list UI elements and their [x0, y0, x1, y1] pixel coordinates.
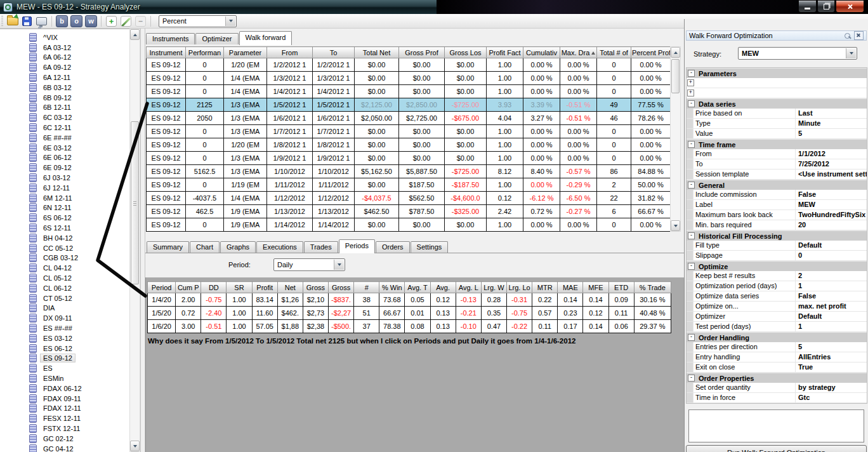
col-header-mae[interactable]: MAE: [558, 282, 583, 293]
col-header-profit-fact[interactable]: Profit Fact: [487, 47, 523, 58]
run-walk-forward-button[interactable]: Run Walk Forward Optimization: [686, 445, 867, 452]
col-header-gross-prof[interactable]: Gross Prof: [399, 47, 445, 58]
pg-prop-value[interactable]: TwoHundredFiftySix: [796, 210, 867, 220]
pg-prop-type[interactable]: TypeMinute: [687, 119, 867, 129]
pg-prop-value[interactable]: Last: [796, 109, 867, 118]
tab-graphs[interactable]: Graphs: [220, 241, 256, 253]
scroll-down-button[interactable]: [130, 441, 140, 451]
col-header-net[interactable]: Net: [277, 282, 303, 293]
pg-prop-value[interactable]: False: [796, 190, 867, 199]
table-row[interactable]: ES 09-12462.51/9 (EMA1/13/20121/13/2012$…: [147, 205, 671, 218]
pg-prop-entry-handling[interactable]: Entry handlingAllEntries: [687, 352, 867, 362]
sidebar-item-6e-03-12[interactable]: 6E 03-12: [0, 143, 129, 153]
col-header-cumulativ[interactable]: Cumulativ: [523, 47, 560, 58]
col-header-win[interactable]: % Win: [379, 282, 405, 293]
sidebar-item-fdax-12-11[interactable]: FDAX 12-11: [0, 403, 129, 413]
col-header-avg-l[interactable]: Avg. L: [456, 282, 481, 293]
sidebar-item-6a-09-12[interactable]: 6A 09-12: [0, 62, 129, 72]
tab-walk-forward[interactable]: Walk forward: [239, 31, 293, 45]
sidebar-item-6a-12-11[interactable]: 6A 12-11: [0, 72, 129, 83]
col-header-gross[interactable]: Gross: [303, 282, 328, 293]
sidebar-item-cl-06-12[interactable]: CL 06-12: [0, 283, 129, 293]
sidebar-item-6s-12-11[interactable]: 6S 12-11: [0, 223, 129, 233]
strategy-combo[interactable]: MEW: [738, 47, 857, 60]
restore-button[interactable]: [817, 1, 835, 13]
sidebar-item-gc-02-12[interactable]: GC 02-12: [0, 434, 129, 444]
table-row[interactable]: ES 09-1201/3 (EMA1/7/2012 11/7/2012 1$0.…: [147, 125, 671, 138]
pg-section-historical-fill-processing[interactable]: -Historical Fill Processing: [687, 230, 867, 241]
app-icon[interactable]: [3, 3, 13, 12]
table-row[interactable]: ES 09-12-4037.51/4 (EMA1/12/20121/12/201…: [147, 192, 671, 205]
pg-prop-slippage[interactable]: Slippage0: [687, 251, 867, 261]
col-header-lrg-w[interactable]: Lrg. W: [481, 282, 506, 293]
sidebar-item-dx-09-11[interactable]: DX 09-11: [0, 313, 129, 323]
expand-icon[interactable]: +: [687, 90, 694, 96]
pg-prop-value[interactable]: 1: [796, 322, 867, 331]
sidebar-item-es[interactable]: ES: [0, 363, 129, 373]
scroll-up-button[interactable]: [130, 29, 140, 40]
sidebar-item-es-09-12[interactable]: ES 09-12: [0, 354, 129, 364]
sidebar-item-es[interactable]: ES ##-##: [0, 323, 129, 333]
collapse-icon[interactable]: -: [688, 100, 695, 107]
col-header-total-of[interactable]: Total # of: [597, 47, 631, 58]
table-row[interactable]: ES 09-1220501/3 (EMA1/6/2012 11/6/2012 1…: [147, 112, 671, 125]
sidebar-item-6e[interactable]: 6E ##-##: [0, 133, 129, 143]
pg-prop-keep-best-results[interactable]: Keep best # results2: [687, 271, 867, 281]
sidebar-item-6b-03-12[interactable]: 6B 03-12: [0, 83, 129, 93]
tab-periods[interactable]: Periods: [339, 239, 375, 253]
table-row[interactable]: ES 09-1201/19 (EM1/11/20121/11/2012$0.00…: [147, 178, 671, 192]
pg-prop-to[interactable]: To7/25/2012: [687, 159, 867, 170]
col-header-dd[interactable]: DD: [201, 282, 227, 293]
sidebar-item-esmin[interactable]: ESMin: [0, 373, 129, 383]
sidebar-item-vix[interactable]: ^VIX: [0, 32, 129, 43]
table-row[interactable]: ES 09-1201/3 (EMA1/9/2012 11/9/2012 1$0.…: [147, 152, 671, 165]
table-scrollbar-thumb[interactable]: [671, 59, 680, 93]
display-button[interactable]: [35, 15, 48, 27]
sidebar-item-fstx-12-11[interactable]: FSTX 12-11: [0, 423, 129, 434]
pg-prop-fill-type[interactable]: Fill typeDefault: [687, 241, 867, 251]
pg-prop-value[interactable]: 0: [796, 251, 867, 260]
pg-prop-value[interactable]: <Use instrument settin: [796, 170, 867, 179]
table-row[interactable]: 1/4/202.00-0.751.0083.14$1,26$2,10-$837.…: [148, 293, 671, 307]
panel-close-button[interactable]: [854, 31, 864, 40]
pg-prop-exit-on-close[interactable]: Exit on closeTrue: [687, 362, 867, 373]
table-row[interactable]: ES 09-1201/4 (EMA1/3/2012 11/3/2012 1$0.…: [147, 72, 671, 85]
toolbar-grip[interactable]: [1, 16, 3, 26]
tab-settings[interactable]: Settings: [411, 241, 449, 253]
close-button[interactable]: [836, 1, 864, 13]
col-header-avg-t[interactable]: Avg. T: [405, 282, 430, 293]
vertical-splitter[interactable]: [140, 29, 145, 452]
col-header-performan[interactable]: Performan: [186, 47, 224, 58]
pg-parameter-row[interactable]: +: [687, 78, 867, 88]
pg-prop-value[interactable]: 5: [796, 129, 867, 138]
pg-section-parameters[interactable]: -Parameters: [687, 68, 867, 78]
sidebar-item-6b-12-11[interactable]: 6B 12-11: [0, 103, 129, 113]
pg-prop-label[interactable]: LabelMEW: [687, 200, 867, 210]
collapse-icon[interactable]: -: [688, 375, 695, 382]
pg-section-optimize[interactable]: -Optimize: [687, 261, 867, 271]
view-combo[interactable]: Percent: [159, 15, 237, 27]
pg-prop-value[interactable]: by strategy: [796, 383, 867, 392]
col-header-profit[interactable]: Profit: [252, 282, 277, 293]
save-button[interactable]: [20, 15, 34, 27]
tab-optimizer[interactable]: Optimizer: [195, 33, 238, 44]
sidebar-item-ct-05-12[interactable]: CT 05-12: [0, 293, 129, 303]
tree-scrollbar[interactable]: [129, 29, 140, 452]
table-scrollbar[interactable]: [670, 46, 681, 232]
pg-prop-set-order-quantity[interactable]: Set order quantityby strategy: [687, 383, 867, 393]
pg-prop-value[interactable]: 5: [796, 342, 867, 352]
collapse-icon[interactable]: -: [688, 70, 695, 77]
minimize-button[interactable]: [798, 1, 817, 13]
col-header-percent-profi[interactable]: Percent Profi: [631, 47, 671, 58]
pg-prop-value[interactable]: True: [796, 362, 867, 372]
pg-prop-value[interactable]: 7/25/2012: [796, 159, 867, 169]
col-header-lrg-lo[interactable]: Lrg. Lo: [506, 282, 532, 293]
pg-prop-time-in-force[interactable]: Time in forceGtc: [687, 393, 867, 403]
sidebar-item-es-03-12[interactable]: ES 03-12: [0, 333, 129, 343]
pg-parameter-row[interactable]: +: [687, 88, 867, 98]
sidebar-item-6m-12-11[interactable]: 6M 12-11: [0, 193, 129, 203]
sidebar-item-cc-05-12[interactable]: CC 05-12: [0, 243, 129, 253]
col-header-max-dra[interactable]: Max. Dra: [560, 47, 597, 58]
sidebar-item-cgb-03-12[interactable]: CGB 03-12: [0, 253, 129, 263]
pg-prop-value[interactable]: Value5: [687, 129, 867, 139]
